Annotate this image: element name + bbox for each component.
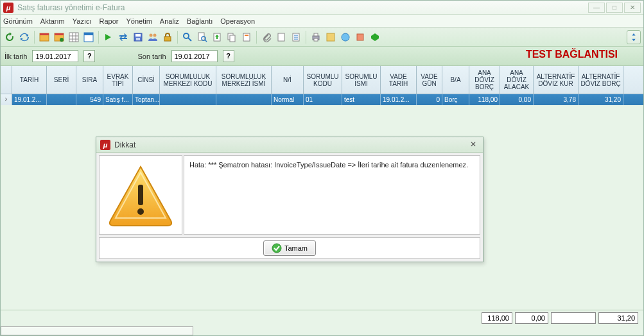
first-date-help[interactable]: ? (83, 50, 95, 62)
svg-line-19 (188, 38, 191, 41)
cell-sorumlu-ismi: test (342, 94, 381, 105)
grid-alt-icon[interactable] (82, 31, 95, 44)
doc-up-icon[interactable] (211, 31, 223, 44)
arrow-right-icon[interactable] (102, 31, 115, 44)
grid-header: TARİH SERİ SIRA EVRAK TİPİ CİNSİ SORUMLU… (1, 66, 643, 94)
last-date-help[interactable]: ? (223, 50, 234, 62)
expand-icon[interactable] (627, 30, 641, 44)
menu-rapor[interactable]: Rapor (100, 17, 119, 25)
col-ana-alacak[interactable]: ANA DÖVİZ ALACAK (500, 66, 534, 94)
col-cinsi[interactable]: CİNSİ (133, 66, 160, 94)
svg-rect-11 (84, 33, 93, 35)
tool3-icon[interactable] (354, 31, 367, 44)
cell-ba: Borç (442, 94, 469, 105)
ok-button[interactable]: Tamam (263, 240, 316, 256)
svg-rect-17 (164, 37, 171, 41)
col-vade-tarih[interactable]: VADE TARİH (381, 66, 417, 94)
total-alt-borc: 31,20 (598, 312, 638, 324)
lock-icon[interactable] (161, 31, 174, 44)
doc-blank-icon[interactable] (275, 31, 288, 44)
table-row[interactable]: › 19.01.2... 549 Satış f... Toptan... No… (1, 94, 643, 105)
cell-ni: Normal (272, 94, 304, 105)
save-icon[interactable] (132, 31, 144, 44)
svg-rect-5 (69, 33, 78, 42)
menu-yazici[interactable]: Yazıcı (73, 17, 92, 25)
svg-rect-3 (55, 33, 64, 35)
svg-point-16 (153, 33, 157, 37)
col-ni[interactable]: N/İ (272, 66, 304, 94)
cell-seri (47, 94, 76, 105)
col-evrak-tipi[interactable]: EVRAK TİPİ (103, 66, 133, 94)
attach-icon[interactable] (260, 31, 273, 44)
svg-point-15 (150, 33, 153, 37)
svg-rect-38 (357, 34, 363, 40)
svg-point-4 (60, 38, 64, 42)
progress-bar (1, 326, 193, 335)
svg-rect-25 (230, 35, 235, 42)
cell-ana-borc: 118,00 (469, 94, 500, 105)
total-alt-kur (551, 312, 596, 324)
maximize-button[interactable]: □ (606, 3, 623, 13)
grid-icon[interactable] (67, 31, 80, 44)
total-ana-borc: 118,00 (482, 312, 512, 324)
dialog-button-panel: Tamam (99, 237, 480, 259)
calendar-icon[interactable] (38, 31, 51, 44)
first-date-input[interactable] (32, 50, 78, 62)
refresh-all-icon[interactable] (18, 31, 31, 44)
svg-line-22 (205, 40, 207, 42)
col-alt-kur[interactable]: ALTERNATİF DÖVİZ KUR (534, 66, 579, 94)
last-date-input[interactable] (171, 50, 218, 62)
cell-alt-borc: 31,20 (579, 94, 623, 105)
svg-rect-27 (245, 35, 248, 36)
menu-yonetim[interactable]: Yönetim (126, 17, 152, 25)
menu-operasyon[interactable]: Operasyon (220, 17, 255, 25)
svg-rect-26 (243, 33, 250, 41)
users-icon[interactable] (146, 31, 159, 44)
col-sorumlu-kodu[interactable]: SORUMLU KODU (304, 66, 342, 94)
col-tarih[interactable]: TARİH (12, 66, 47, 94)
col-ba[interactable]: B/A (442, 66, 469, 94)
menu-gorunum[interactable]: Görünüm (3, 17, 33, 25)
cell-sorumlu-kodu: 01 (304, 94, 342, 105)
col-ana-borc[interactable]: ANA DÖVİZ BORÇ (469, 66, 500, 94)
refresh-icon[interactable] (3, 31, 16, 44)
close-button[interactable]: ✕ (624, 3, 641, 13)
cell-ana-alacak: 0,00 (500, 94, 534, 105)
menu-aktarim[interactable]: Aktarım (40, 17, 65, 25)
tool2-icon[interactable] (339, 31, 352, 44)
minimize-button[interactable]: — (588, 3, 605, 13)
svg-point-37 (342, 33, 349, 41)
col-sorumlu-ismi[interactable]: SORUMLU İSMİ (342, 66, 381, 94)
search-icon[interactable] (181, 31, 194, 44)
col-sira[interactable]: SIRA (76, 66, 103, 94)
doc-lines-icon[interactable] (290, 31, 302, 44)
dialog-title: Dikkat (114, 140, 467, 149)
tool1-icon[interactable] (324, 31, 337, 44)
dialog-message: Hata: *** Şematron hatası: InvoiceType/I… (184, 155, 480, 235)
col-sm-kodu[interactable]: SORUMLULUK MERKEZİ KODU (160, 66, 216, 94)
dialog-close-icon[interactable]: ✕ (467, 140, 479, 150)
col-alt-borc[interactable]: ALTERNATİF DÖVİZ BORÇ (579, 66, 623, 94)
footer: 118,00 0,00 31,20 (1, 310, 643, 335)
cell-alt-kur: 3,78 (534, 94, 579, 105)
cell-tarih: 19.01.2... (12, 94, 47, 105)
calendar2-icon[interactable] (53, 31, 65, 44)
row-indicator-header (1, 66, 12, 94)
doc-copy-icon[interactable] (225, 31, 238, 44)
menu-baglanti[interactable]: Bağlantı (187, 17, 213, 25)
col-sm-ismi[interactable]: SORUMLULUK MERKEZİ İSMİ (216, 66, 272, 94)
print-icon[interactable] (309, 31, 322, 44)
warning-icon (105, 163, 176, 227)
svg-point-41 (272, 244, 281, 253)
dialog-icon-panel (99, 155, 182, 235)
col-vade-gun[interactable]: VADE GÜN (417, 66, 442, 94)
app-icon: μ (3, 3, 13, 13)
doc-search-icon[interactable] (196, 31, 209, 44)
total-ana-alacak: 0,00 (515, 312, 548, 324)
exchange-icon[interactable] (117, 31, 130, 44)
tool4-icon[interactable] (369, 31, 381, 44)
menu-analiz[interactable]: Analiz (160, 17, 179, 25)
doc-alt-icon[interactable] (240, 31, 253, 44)
col-seri[interactable]: SERİ (47, 66, 76, 94)
svg-rect-13 (135, 34, 141, 37)
